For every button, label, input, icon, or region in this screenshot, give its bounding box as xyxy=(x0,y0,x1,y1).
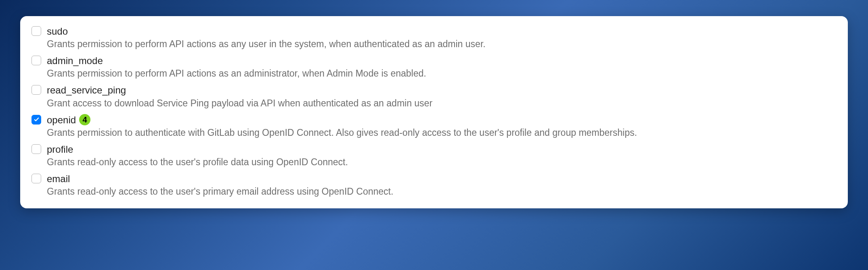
checkbox-admin-mode[interactable] xyxy=(31,56,41,65)
scope-label-row: openid 4 xyxy=(47,114,837,126)
step-badge: 4 xyxy=(79,114,90,125)
scope-label: email xyxy=(47,172,70,185)
scope-item-openid: openid 4 Grants permission to authentica… xyxy=(31,112,837,141)
scope-item-admin-mode: admin_mode Grants permission to perform … xyxy=(31,53,837,82)
scope-description: Grants permission to perform API actions… xyxy=(47,67,837,80)
scope-label-row: sudo xyxy=(47,25,837,37)
scope-label-row: email xyxy=(47,172,837,185)
scope-label: profile xyxy=(47,143,73,156)
scope-item-sudo: sudo Grants permission to perform API ac… xyxy=(31,23,837,53)
scope-label: sudo xyxy=(47,25,68,37)
checkbox-read-service-ping[interactable] xyxy=(31,85,41,95)
scope-description: Grants permission to authenticate with G… xyxy=(47,127,837,139)
scope-label-row: read_service_ping xyxy=(47,84,837,96)
scope-content: profile Grants read-only access to the u… xyxy=(47,143,837,168)
scope-content: sudo Grants permission to perform API ac… xyxy=(47,25,837,50)
scope-label-row: profile xyxy=(47,143,837,156)
scope-item-profile: profile Grants read-only access to the u… xyxy=(31,141,837,171)
scope-description: Grant access to download Service Ping pa… xyxy=(47,97,837,110)
scope-description: Grants read-only access to the user's pr… xyxy=(47,156,837,168)
checkmark-icon xyxy=(34,116,40,123)
scope-content: admin_mode Grants permission to perform … xyxy=(47,54,837,80)
scope-label: admin_mode xyxy=(47,54,103,67)
scopes-panel: sudo Grants permission to perform API ac… xyxy=(20,16,848,208)
scope-description: Grants permission to perform API actions… xyxy=(47,38,837,50)
scope-item-read-service-ping: read_service_ping Grant access to downlo… xyxy=(31,82,837,112)
scope-content: openid 4 Grants permission to authentica… xyxy=(47,114,837,139)
scope-label: read_service_ping xyxy=(47,84,126,96)
checkbox-sudo[interactable] xyxy=(31,26,41,36)
scope-item-email: email Grants read-only access to the use… xyxy=(31,171,837,200)
scope-label-row: admin_mode xyxy=(47,54,837,67)
checkbox-profile[interactable] xyxy=(31,144,41,154)
scope-description: Grants read-only access to the user's pr… xyxy=(47,185,837,198)
checkbox-openid[interactable] xyxy=(31,115,41,125)
scope-label: openid xyxy=(47,114,76,126)
scope-content: email Grants read-only access to the use… xyxy=(47,172,837,198)
checkbox-email[interactable] xyxy=(31,174,41,183)
scope-content: read_service_ping Grant access to downlo… xyxy=(47,84,837,109)
